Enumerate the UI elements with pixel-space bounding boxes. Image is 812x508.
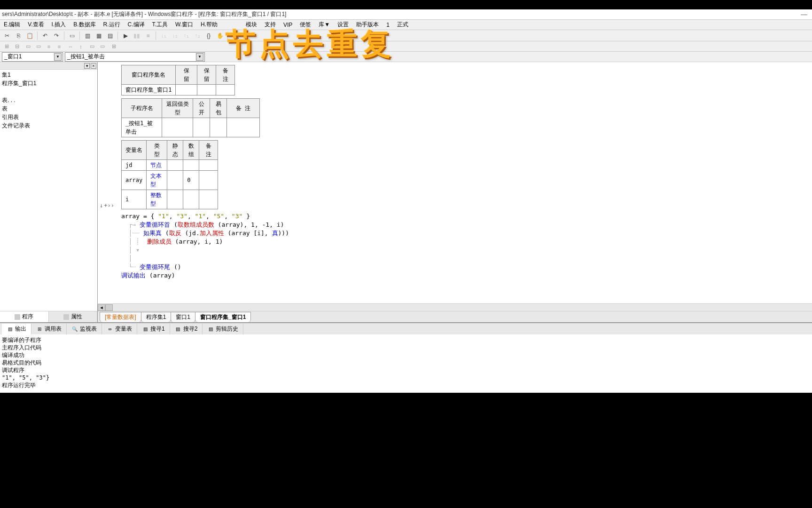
step3-icon[interactable]: ↑₁ bbox=[181, 31, 191, 40]
tree-item[interactable]: 引用表 bbox=[1, 113, 96, 121]
scroll-right-icon[interactable] bbox=[105, 304, 113, 311]
menu-helper[interactable]: 助手版本 bbox=[353, 20, 382, 30]
code-line[interactable]: 调试输出 (array) bbox=[121, 271, 809, 280]
object-dropdown[interactable]: _窗口1 ▼ bbox=[2, 52, 63, 62]
tab-vars[interactable]: ∞变量表 bbox=[102, 324, 137, 334]
menu-release[interactable]: 正式 bbox=[394, 20, 411, 30]
tree-item[interactable]: 集1 bbox=[1, 71, 96, 79]
tb2-1-icon[interactable]: ⊞ bbox=[2, 42, 11, 51]
layout2-icon[interactable]: ▦ bbox=[94, 31, 104, 40]
tab-assembly1[interactable]: 程序集1 bbox=[141, 312, 172, 322]
gutter: ↓ +›› bbox=[98, 62, 118, 210]
tree-item[interactable]: 表 bbox=[1, 104, 96, 113]
redo-icon[interactable]: ↷ bbox=[51, 31, 62, 40]
tab-clip[interactable]: ▤剪辑历史 bbox=[203, 324, 243, 334]
sidebar-close-icon[interactable]: × bbox=[91, 63, 96, 69]
tb2-11-icon[interactable]: ⊞ bbox=[109, 42, 118, 51]
tb2-6-icon[interactable]: ≡ bbox=[55, 42, 64, 51]
toolbar-secondary: ⊞ ⊟ ▭ ▭ ≡ ≡ ↔ ↕ ▭ ▭ ⊞ bbox=[0, 41, 812, 52]
menu-window[interactable]: W.窗口 bbox=[172, 20, 196, 30]
table-row[interactable]: array 文本型 0 bbox=[122, 171, 218, 190]
props-icon bbox=[63, 314, 69, 320]
menu-settings[interactable]: 设置 bbox=[335, 20, 351, 30]
tab-output[interactable]: ▤输出 bbox=[2, 324, 31, 334]
copy-icon[interactable]: ⎘ bbox=[13, 31, 23, 40]
tb2-9-icon[interactable]: ▭ bbox=[87, 42, 97, 51]
clip-icon: ▤ bbox=[207, 325, 214, 332]
event-dropdown[interactable]: _按钮1_被单击 ▼ bbox=[65, 52, 205, 62]
tab-window1[interactable]: 窗口1 bbox=[171, 312, 195, 322]
bracket-icon[interactable]: {} bbox=[203, 31, 214, 40]
step2-icon[interactable]: ↓₂ bbox=[170, 31, 180, 40]
form-icon[interactable]: ▭ bbox=[67, 31, 77, 40]
tree-item[interactable]: 程序集_窗口1 bbox=[1, 79, 96, 87]
tb2-7-icon[interactable]: ↔ bbox=[66, 42, 75, 51]
menu-run[interactable]: R.运行 bbox=[101, 20, 123, 30]
tb2-8-icon[interactable]: ↕ bbox=[76, 42, 86, 51]
sidebar-tab-props[interactable]: 属性 bbox=[49, 311, 98, 322]
menu-database[interactable]: B.数据库 bbox=[70, 20, 98, 30]
table-row[interactable]: i 整数型 bbox=[122, 190, 218, 209]
cut-icon[interactable]: ✂ bbox=[2, 31, 12, 40]
tb2-3-icon[interactable]: ▭ bbox=[23, 42, 33, 51]
menu-edit[interactable]: E.编辑 bbox=[1, 20, 23, 30]
menu-lib[interactable]: 库▼ bbox=[316, 20, 333, 30]
scroll-left-icon[interactable]: ◄ bbox=[98, 304, 105, 311]
menu-note[interactable]: 便签 bbox=[297, 20, 314, 30]
tb2-10-icon[interactable]: ▭ bbox=[98, 42, 107, 51]
horizontal-scrollbar[interactable]: ◄ bbox=[98, 303, 812, 311]
menu-vip[interactable]: VIP bbox=[281, 21, 295, 29]
undo-icon[interactable]: ↶ bbox=[40, 31, 50, 40]
menu-view[interactable]: V.查看 bbox=[25, 20, 47, 30]
step1-icon[interactable]: ↓₁ bbox=[158, 31, 169, 40]
table-row[interactable]: jd 节点 bbox=[122, 160, 218, 171]
menu-insert[interactable]: I.插入 bbox=[49, 20, 69, 30]
output-area[interactable]: 要编译的子程序 主程序入口代码 编译成功 易格式目的代码 调试程序 "1", "… bbox=[0, 334, 812, 393]
tab-watch[interactable]: 🔍监视表 bbox=[67, 324, 102, 334]
tb2-5-icon[interactable]: ≡ bbox=[44, 42, 54, 51]
code-line[interactable]: │┈┈ 如果真 (取反 (jd.加入属性 (array [i], 真))) bbox=[121, 229, 809, 238]
stop-icon[interactable]: ■ bbox=[143, 31, 153, 40]
window-controls[interactable]: — bbox=[801, 10, 807, 18]
step4-icon[interactable]: ↑₂ bbox=[192, 31, 203, 40]
table-row[interactable]: _按钮1_被单击 bbox=[122, 118, 260, 137]
tree-item[interactable]: 文件记录表 bbox=[1, 121, 96, 130]
menu-num[interactable]: 1 bbox=[383, 21, 392, 29]
editor-tabs: [常量数据表] 程序集1 窗口1 窗口程序集_窗口1 bbox=[98, 311, 812, 322]
run-icon[interactable]: ▶ bbox=[120, 31, 131, 40]
tab-search2[interactable]: ▤搜寻2 bbox=[170, 324, 203, 334]
paste-icon[interactable]: 📋 bbox=[24, 31, 35, 40]
table-row[interactable]: 窗口程序集_窗口1 bbox=[122, 85, 235, 95]
code-line[interactable]: └┈ 变量循环尾 () bbox=[121, 263, 809, 271]
code-line[interactable]: │ bbox=[121, 254, 809, 263]
tab-calltable[interactable]: ⊞调用表 bbox=[31, 324, 67, 334]
editor-content[interactable]: 窗口程序集名 保 留 保 留 备 注 窗口程序集_窗口1 子程序名 返回值类型 … bbox=[98, 62, 812, 303]
tb2-4-icon[interactable]: ▭ bbox=[34, 42, 43, 51]
code-line[interactable]: │ ┊ 删除成员 (array, i, 1) bbox=[121, 238, 809, 246]
code-line[interactable]: array = { "1", "3", "1", "5", "3" } bbox=[121, 212, 809, 221]
layout3-icon[interactable]: ▤ bbox=[105, 31, 115, 40]
tab-search1[interactable]: ▤搜寻1 bbox=[137, 324, 170, 334]
menu-tools[interactable]: T.工具 bbox=[149, 20, 171, 30]
layout1-icon[interactable]: ▥ bbox=[82, 31, 93, 40]
code-line[interactable]: ┌→ 变量循环首 (取数组成员数 (array), 1, -1, i) bbox=[121, 221, 809, 229]
menu-module[interactable]: 模块 bbox=[243, 20, 260, 30]
project-tree[interactable]: 集1 程序集_窗口1 表. . . 表 引用表 文件记录表 bbox=[0, 70, 97, 311]
output-line: 程序运行完毕 bbox=[2, 381, 810, 389]
dropdown-row: _窗口1 ▼ _按钮1_被单击 ▼ bbox=[0, 52, 812, 62]
tab-winassembly[interactable]: 窗口程序集_窗口1 bbox=[195, 312, 251, 322]
menu-compile[interactable]: C.编译 bbox=[125, 20, 148, 30]
menu-support[interactable]: 支持 bbox=[262, 20, 279, 30]
sidebar-tab-program[interactable]: 程序 bbox=[0, 311, 49, 322]
variable-table: 变量名 类 型 静态 数组 备 注 jd 节点 array 文本型 bbox=[121, 140, 218, 209]
tree-item[interactable]: 表. . . bbox=[1, 96, 96, 104]
pause-icon[interactable]: ▮▮ bbox=[132, 31, 142, 40]
find-icon[interactable]: 🔍 bbox=[230, 31, 241, 40]
menu-help[interactable]: H.帮助 bbox=[198, 20, 220, 30]
window-title: sers\Administrator\Desktop\t - 副本 - 副本.e… bbox=[2, 10, 286, 18]
tab-const[interactable]: [常量数据表] bbox=[100, 312, 141, 322]
code-line[interactable]: │ ▾ bbox=[121, 246, 809, 254]
sidebar-pin-icon[interactable]: ▾ bbox=[84, 63, 90, 69]
hand-icon[interactable]: ✋ bbox=[215, 31, 225, 40]
tb2-2-icon[interactable]: ⊟ bbox=[12, 42, 22, 51]
